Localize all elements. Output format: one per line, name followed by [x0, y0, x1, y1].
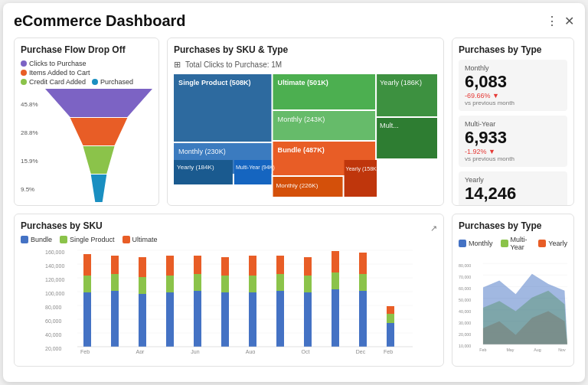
svg-rect-76 [387, 323, 394, 347]
sku-bar-header: Purchases by SKU ↗ [21, 220, 437, 236]
svg-rect-63 [249, 256, 256, 276]
svg-text:20,000: 20,000 [45, 346, 62, 351]
svg-marker-2 [83, 146, 114, 174]
svg-text:Monthly (226K): Monthly (226K) [276, 182, 318, 189]
legend-label-cc: Credit Card Added [29, 78, 86, 86]
svg-text:Feb: Feb [80, 349, 90, 354]
svg-text:Monthly (230K): Monthly (230K) [178, 148, 226, 155]
dashboard-title: eCommerce Dashboard [14, 12, 186, 30]
type-panel-title: Purchases by Type [459, 44, 567, 55]
svg-rect-46 [111, 291, 119, 347]
funnel-label-3: 15.9% [21, 158, 44, 165]
svg-marker-105 [483, 274, 567, 344]
legend-items: Items Added to Cart [21, 69, 90, 77]
svg-rect-48 [111, 256, 119, 274]
svg-text:30,000: 30,000 [459, 321, 471, 325]
treemap-subtitle: Total Clicks to Purchase: 1M [185, 60, 282, 69]
svg-rect-71 [332, 272, 339, 289]
funnel-labels: 45.8% 28.8% 15.9% 9.5% [21, 90, 44, 204]
main-grid: Purchase Flow Drop Off Clicks to Purchas… [14, 38, 574, 367]
svg-text:10,000: 10,000 [459, 344, 471, 348]
legend-purchased: Purchased [92, 78, 133, 86]
legend-sq-yearly [538, 240, 546, 247]
more-icon[interactable]: ⋮ [546, 14, 558, 28]
type-card-monthly-change: -69.66% ▼ [465, 92, 561, 100]
svg-text:Feb: Feb [384, 349, 393, 354]
legend-single: Single Product [60, 236, 115, 243]
svg-rect-70 [332, 289, 339, 347]
treemap-icon: ⊞ [174, 60, 181, 70]
svg-text:20,000: 20,000 [459, 332, 471, 337]
svg-rect-57 [194, 256, 201, 274]
svg-rect-72 [332, 251, 339, 272]
legend-sq-multiyear [501, 240, 508, 247]
svg-rect-66 [276, 256, 284, 274]
funnel-svg [45, 89, 152, 205]
svg-text:Dec: Dec [356, 349, 366, 354]
svg-text:50,000: 50,000 [459, 298, 471, 302]
funnel-label-2: 28.8% [21, 129, 44, 136]
svg-rect-73 [359, 291, 367, 347]
svg-rect-43 [83, 292, 91, 347]
type-card-monthly-value: 6,083 [465, 73, 561, 90]
svg-text:Feb: Feb [479, 347, 486, 352]
svg-rect-67 [304, 292, 312, 347]
type-card-monthly: Monthly 6,083 -69.66% ▼ vs previous mont… [459, 60, 567, 111]
type-card-monthly-vs: vs previous month [465, 100, 561, 106]
svg-rect-20 [234, 160, 272, 184]
svg-text:Oct: Oct [302, 349, 310, 354]
expand-icon[interactable]: ↗ [430, 223, 437, 233]
svg-text:140,000: 140,000 [45, 263, 64, 269]
svg-text:Aug: Aug [534, 347, 541, 352]
svg-rect-61 [249, 292, 256, 347]
type-card-multiyear: Multi-Year 6,933 -1.92% ▼ vs previous mo… [459, 116, 567, 167]
svg-rect-60 [221, 257, 229, 276]
svg-text:80,000: 80,000 [459, 263, 471, 268]
legend-label-bundle: Bundle [31, 236, 52, 243]
type-card-yearly-label: Yearly [465, 176, 561, 184]
svg-rect-53 [166, 276, 174, 292]
svg-rect-50 [139, 277, 146, 294]
svg-text:160,000: 160,000 [45, 250, 64, 255]
svg-rect-75 [359, 253, 367, 274]
svg-rect-77 [387, 314, 394, 323]
sku-bar-panel: Purchases by SKU ↗ Bundle Single Product… [14, 214, 444, 367]
type-card-multiyear-label: Multi-Year [465, 120, 561, 128]
type-area-panel: Purchases by Type Monthly Multi-Year Yea… [452, 214, 574, 367]
svg-text:60,000: 60,000 [459, 286, 471, 291]
legend-lbl-yearly: Yearly [548, 240, 567, 247]
legend-dot-purchased [92, 79, 98, 85]
legend-square-bundle [21, 236, 28, 243]
legend-square-ultimate [122, 236, 130, 243]
funnel-legend: Clicks to Purchase Items Added to Cart C… [21, 60, 152, 86]
legend-dot-cc [21, 79, 27, 85]
svg-rect-45 [83, 254, 91, 276]
svg-rect-59 [221, 276, 229, 292]
type-card-yearly-value: 14,246 [465, 185, 561, 202]
svg-rect-56 [194, 274, 201, 291]
svg-text:Ultimate (501K): Ultimate (501K) [278, 79, 328, 86]
svg-rect-65 [276, 274, 284, 291]
svg-rect-51 [139, 257, 146, 277]
legend-yearly-area: Yearly [538, 236, 567, 251]
bar-chart: 160,000 140,000 120,000 100,000 80,000 6… [21, 246, 437, 354]
svg-text:Nov: Nov [558, 347, 566, 352]
legend-bundle: Bundle [21, 236, 52, 243]
legend-dot-items [21, 70, 27, 76]
legend-clicks: Clicks to Purchase [21, 60, 87, 67]
header-icons: ⋮ ✕ [546, 14, 574, 28]
legend-monthly-area: Monthly [459, 236, 493, 251]
svg-rect-68 [304, 276, 312, 292]
svg-marker-1 [70, 118, 128, 145]
svg-rect-58 [221, 292, 229, 347]
dashboard-header: eCommerce Dashboard ⋮ ✕ [14, 12, 574, 30]
svg-text:80,000: 80,000 [45, 305, 62, 310]
close-icon[interactable]: ✕ [564, 14, 574, 28]
svg-marker-3 [91, 175, 107, 202]
svg-rect-54 [166, 256, 174, 276]
svg-text:May: May [506, 347, 514, 352]
treemap-title: Purchases by SKU & Type [174, 44, 437, 55]
sku-bar-title: Purchases by SKU [21, 220, 103, 231]
svg-rect-64 [276, 291, 284, 347]
type-card-monthly-label: Monthly [465, 64, 561, 72]
